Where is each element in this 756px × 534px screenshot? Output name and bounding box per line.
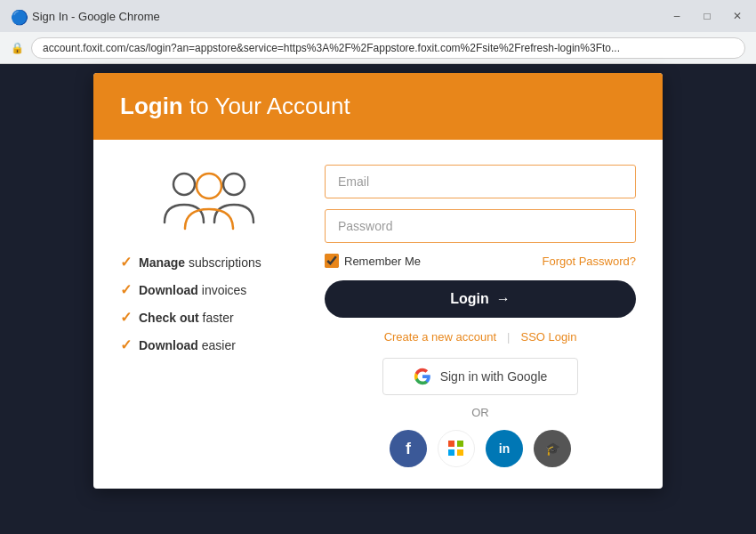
remember-row: Remember Me Forgot Password?	[325, 254, 636, 268]
remember-checkbox[interactable]	[325, 254, 339, 268]
email-group	[325, 165, 636, 198]
users-icon	[120, 165, 298, 236]
social-icons: f in 🎓	[325, 430, 636, 467]
login-button[interactable]: Login →	[325, 280, 636, 318]
google-signin-label: Sign in with Google	[440, 369, 548, 384]
linkedin-icon: in	[499, 441, 510, 456]
close-button[interactable]: ✕	[729, 8, 745, 24]
password-group	[325, 209, 636, 243]
url-input[interactable]: account.foxit.com/cas/login?an=appstore&…	[31, 37, 745, 59]
forgot-password-link[interactable]: Forgot Password?	[543, 255, 637, 268]
svg-point-2	[197, 174, 221, 198]
window-controls: – □ ✕	[669, 8, 745, 24]
title-bar: 🔵 Sign In - Google Chrome – □ ✕	[0, 0, 756, 32]
svg-point-0	[173, 174, 195, 195]
google-icon	[414, 368, 431, 385]
google-signin-button[interactable]: Sign in with Google	[382, 358, 578, 395]
right-panel: Remember Me Forgot Password? Login → Cre…	[325, 165, 636, 467]
microsoft-signin-button[interactable]	[438, 430, 475, 467]
left-panel: ✓ Manage subscriptions ✓ Download invoic…	[120, 165, 298, 467]
edu-icon: 🎓	[545, 441, 560, 456]
browser-icon: 🔵	[11, 9, 25, 23]
create-account-link[interactable]: Create a new account	[384, 330, 496, 344]
or-divider: OR	[325, 406, 636, 419]
feature-item-2: ✓ Download invoices	[120, 281, 298, 298]
svg-point-1	[223, 174, 245, 195]
sso-login-link[interactable]: SSO Login	[520, 330, 576, 344]
minimize-button[interactable]: –	[669, 8, 685, 24]
card-body: ✓ Manage subscriptions ✓ Download invoic…	[93, 140, 663, 489]
check-icon-2: ✓	[120, 281, 132, 298]
microsoft-icon	[448, 441, 464, 457]
check-icon-4: ✓	[120, 336, 132, 353]
feature-item-3: ✓ Check out faster	[120, 309, 298, 326]
feature-list: ✓ Manage subscriptions ✓ Download invoic…	[120, 254, 298, 353]
window-title: Sign In - Google Chrome	[32, 10, 662, 23]
links-row: Create a new account | SSO Login	[325, 330, 636, 344]
email-input[interactable]	[325, 165, 636, 198]
links-divider: |	[507, 330, 510, 344]
card-header: Login to Your Account	[93, 73, 663, 140]
page-title: Login to Your Account	[120, 93, 636, 120]
linkedin-signin-button[interactable]: in	[486, 430, 523, 467]
edu-signin-button[interactable]: 🎓	[534, 430, 571, 467]
feature-item-4: ✓ Download easier	[120, 336, 298, 353]
remember-label: Remember Me	[344, 255, 421, 268]
check-icon-3: ✓	[120, 309, 132, 326]
remember-left: Remember Me	[325, 254, 421, 268]
login-label: Login	[450, 291, 489, 307]
feature-item-1: ✓ Manage subscriptions	[120, 254, 298, 271]
browser-content: Login to Your Account	[0, 64, 756, 534]
login-card: Login to Your Account	[93, 73, 663, 489]
facebook-signin-button[interactable]: f	[390, 430, 427, 467]
security-icon: 🔒	[11, 42, 24, 54]
password-input[interactable]	[325, 209, 636, 243]
maximize-button[interactable]: □	[699, 8, 715, 24]
address-bar: 🔒 account.foxit.com/cas/login?an=appstor…	[0, 32, 756, 64]
login-arrow: →	[496, 291, 511, 307]
check-icon-1: ✓	[120, 254, 132, 271]
facebook-icon: f	[406, 440, 411, 458]
